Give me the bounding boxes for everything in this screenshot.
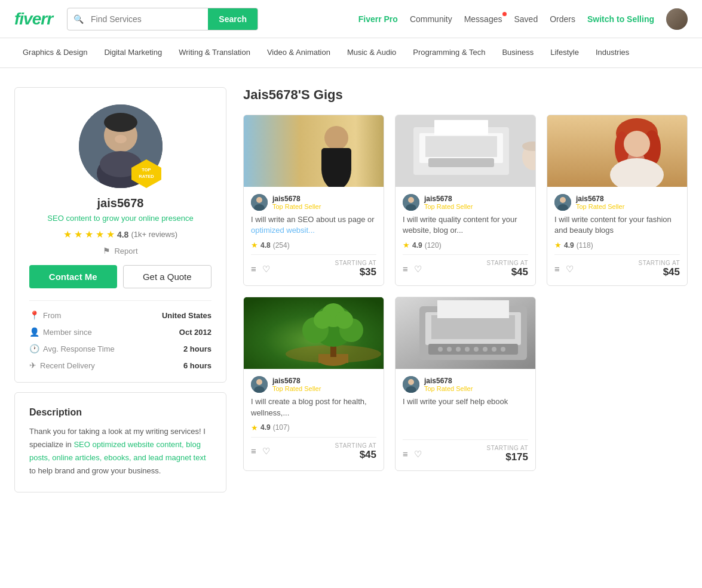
gig-star-3: ★: [554, 241, 562, 250]
cat-industries[interactable]: Industries: [587, 38, 637, 67]
nav-orders[interactable]: Orders: [550, 14, 575, 24]
from-value: United States: [162, 311, 211, 320]
report-row[interactable]: ⚑ Report: [103, 246, 137, 255]
nav-community[interactable]: Community: [410, 14, 452, 24]
profile-rating-row: ★ ★ ★ ★ ★ 4.8 (1k+ reviews): [63, 229, 177, 240]
gig-card-4[interactable]: jais5678 Top Rated Seller I will create …: [243, 297, 384, 471]
svg-rect-22: [434, 120, 488, 135]
gig-menu-icon-3[interactable]: ≡: [554, 264, 560, 275]
gig-title-4: I will create a blog post for health, we…: [251, 396, 376, 418]
contact-me-button[interactable]: Contact Me: [29, 265, 117, 288]
seller-avatar-4: [251, 376, 268, 393]
clock-icon: 🕐: [29, 344, 39, 353]
flag-icon: ⚑: [103, 246, 111, 255]
seller-name-4: jais5678: [272, 377, 321, 385]
gig-link-1[interactable]: optimized websit...: [251, 226, 315, 235]
description-title: Description: [29, 407, 211, 418]
svg-point-63: [465, 347, 470, 352]
action-buttons: Contact Me Get a Quote: [29, 265, 211, 288]
gig-card-2[interactable]: jais5678 Top Rated Seller I will write q…: [395, 115, 536, 286]
gig-rating-1: ★ 4.8 (254): [251, 241, 376, 250]
svg-point-61: [447, 347, 452, 352]
gig-heart-icon-2[interactable]: ♡: [414, 264, 422, 275]
gig-footer-icons-1: ≡ ♡: [251, 264, 270, 275]
seller-avatar-5: [403, 376, 419, 393]
gig-heart-icon-4[interactable]: ♡: [262, 446, 270, 457]
nav-fiverr-pro[interactable]: Fiverr Pro: [358, 14, 398, 24]
cat-graphics-design[interactable]: Graphics & Design: [14, 38, 96, 67]
category-nav: Graphics & Design Digital Marketing Writ…: [0, 38, 702, 68]
gig-menu-icon-5[interactable]: ≡: [403, 449, 408, 460]
header: fiverr 🔍 Search Fiverr Pro Community Mes…: [0, 0, 702, 38]
svg-point-37: [560, 197, 566, 203]
top-rated-badge: TOP RATED: [129, 158, 164, 189]
gig-rating-count-4: (107): [273, 423, 290, 432]
gig-body-4: jais5678 Top Rated Seller I will create …: [244, 369, 384, 467]
cat-lifestyle[interactable]: Lifestyle: [542, 38, 587, 67]
gig-price-5: $175: [505, 451, 528, 463]
profile-card: TOP RATED jais5678 SEO content to grow y…: [14, 87, 226, 383]
gig-title-1: I will write an SEO about us page or opt…: [251, 214, 376, 236]
gig-price-area-4: STARTING AT $45: [335, 442, 376, 461]
cat-business[interactable]: Business: [493, 38, 542, 67]
sidebar: TOP RATED jais5678 SEO content to grow y…: [14, 87, 226, 492]
location-icon: 📍: [29, 310, 39, 320]
starting-at-label-1: STARTING AT: [335, 260, 376, 266]
gig-menu-icon-4[interactable]: ≡: [251, 446, 256, 457]
cat-programming-tech[interactable]: Programming & Tech: [404, 38, 493, 67]
search-button[interactable]: Search: [208, 8, 257, 30]
seller-level-3: Top Rated Seller: [576, 203, 624, 210]
gig-heart-icon-3[interactable]: ♡: [566, 264, 574, 275]
gig-footer-icons-5: ≡ ♡: [403, 449, 422, 460]
seller-name-3: jais5678: [576, 195, 624, 203]
nav-saved[interactable]: Saved: [514, 14, 538, 24]
gig-footer-1: ≡ ♡ STARTING AT $35: [251, 254, 376, 278]
gig-rating-num-1: 4.8: [260, 241, 271, 250]
seller-row-3: jais5678 Top Rated Seller: [554, 194, 680, 211]
svg-point-49: [314, 311, 332, 329]
profile-username: jais5678: [97, 196, 144, 210]
get-quote-button[interactable]: Get a Quote: [123, 265, 212, 288]
gig-card-1[interactable]: jais5678 Top Rated Seller I will write a…: [243, 115, 384, 286]
main-content: TOP RATED jais5678 SEO content to grow y…: [0, 68, 702, 512]
cat-music-audio[interactable]: Music & Audio: [339, 38, 404, 67]
gigs-section: Jais5678'S Gigs: [243, 87, 688, 492]
gig-rating-count-3: (118): [577, 241, 593, 250]
search-input[interactable]: [84, 8, 208, 30]
seller-level-2: Top Rated Seller: [424, 203, 473, 210]
nav-links: Fiverr Pro Community Messages Saved Orde…: [358, 8, 688, 30]
gig-card-3[interactable]: jais5678 Top Rated Seller I will write c…: [547, 115, 688, 286]
starting-at-label-3: STARTING AT: [639, 260, 680, 266]
gig-thumb-3: [547, 115, 687, 187]
gig-thumb-4: [244, 297, 384, 369]
nav-switch-selling[interactable]: Switch to Selling: [587, 14, 654, 24]
cat-digital-marketing[interactable]: Digital Marketing: [96, 38, 170, 67]
gig-body-5: jais5678 Top Rated Seller I will write y…: [396, 369, 535, 470]
nav-messages[interactable]: Messages: [464, 14, 502, 24]
gig-thumb-2: [396, 115, 535, 187]
detail-from: 📍 From United States: [29, 310, 211, 320]
cat-writing-translation[interactable]: Writing & Translation: [170, 38, 259, 67]
user-avatar[interactable]: [666, 8, 688, 30]
svg-point-62: [456, 347, 461, 352]
search-bar: 🔍 Search: [67, 8, 258, 30]
person-icon: 👤: [29, 327, 39, 337]
svg-rect-10: [244, 115, 384, 187]
seller-info-2: jais5678 Top Rated Seller: [424, 195, 473, 210]
gig-menu-icon-1[interactable]: ≡: [251, 264, 256, 275]
profile-tagline: SEO content to grow your online presence: [47, 214, 193, 223]
gig-heart-icon-1[interactable]: ♡: [262, 264, 270, 275]
gig-price-1: $35: [360, 266, 376, 278]
gig-rating-count-2: (120): [425, 241, 442, 250]
gig-card-5[interactable]: jais5678 Top Rated Seller I will write y…: [395, 297, 536, 471]
gig-price-area-1: STARTING AT $35: [335, 260, 376, 278]
starting-at-label-2: STARTING AT: [487, 260, 528, 266]
cat-video-animation[interactable]: Video & Animation: [259, 38, 339, 67]
svg-point-5: [115, 135, 127, 143]
from-label: 📍 From: [29, 310, 61, 320]
seller-info-1: jais5678 Top Rated Seller: [272, 195, 321, 210]
logo[interactable]: fiverr: [14, 10, 53, 29]
gig-heart-icon-5[interactable]: ♡: [414, 449, 422, 460]
svg-rect-21: [428, 158, 494, 167]
gig-menu-icon-2[interactable]: ≡: [403, 264, 408, 275]
